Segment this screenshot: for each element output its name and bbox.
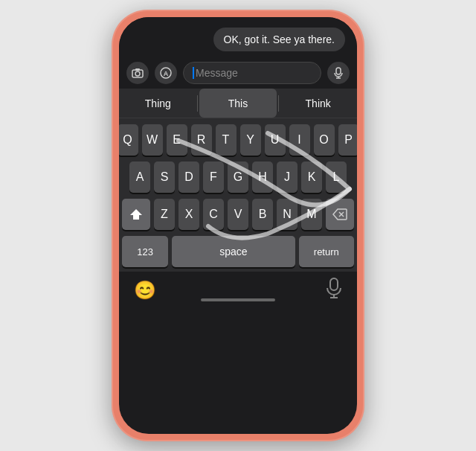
keyboard: Q W E R T Y U I O P A S D F [119, 118, 357, 272]
keyboard-row-1: Q W E R T Y U I O P [122, 124, 354, 156]
message-text: OK, got it. See ya there. [224, 33, 335, 45]
keyboard-container: Q W E R T Y U I O P A S D F [119, 118, 357, 272]
message-area: OK, got it. See ya there. [119, 17, 357, 57]
text-cursor [193, 67, 194, 79]
key-f[interactable]: F [203, 161, 224, 193]
autocomplete-divider [197, 95, 198, 112]
key-h[interactable]: H [252, 161, 273, 193]
phone-screen: OK, got it. See ya there. A Message [119, 17, 357, 434]
key-r[interactable]: R [191, 124, 212, 156]
camera-icon[interactable] [126, 62, 149, 84]
shift-key[interactable] [122, 199, 150, 230]
key-w[interactable]: W [142, 124, 163, 156]
space-key[interactable]: space [172, 236, 295, 267]
appstore-icon[interactable]: A [155, 62, 177, 84]
key-u[interactable]: U [265, 124, 286, 156]
voice-input-button[interactable] [327, 62, 350, 84]
key-p[interactable]: P [338, 124, 358, 156]
row2-spacer-left [122, 161, 126, 193]
key-c[interactable]: C [203, 199, 224, 230]
numbers-key[interactable]: 123 [122, 236, 168, 267]
svg-marker-8 [130, 209, 142, 220]
key-x[interactable]: X [178, 199, 199, 230]
keyboard-row-4: 123 space return [122, 236, 354, 267]
key-q[interactable]: Q [119, 124, 138, 156]
autocomplete-item-this[interactable]: This [199, 89, 277, 118]
key-k[interactable]: K [301, 161, 322, 193]
key-j[interactable]: J [277, 161, 298, 193]
bottom-bar: 😊 [119, 272, 357, 312]
input-placeholder: Message [196, 67, 238, 79]
return-key[interactable]: return [299, 236, 354, 267]
phone-frame: OK, got it. See ya there. A Message [112, 10, 364, 441]
delete-key[interactable] [326, 199, 354, 230]
svg-rect-11 [330, 278, 338, 290]
key-z[interactable]: Z [154, 199, 175, 230]
svg-point-1 [135, 71, 140, 76]
svg-rect-5 [336, 68, 341, 74]
key-a[interactable]: A [129, 161, 150, 193]
key-d[interactable]: D [178, 161, 199, 193]
input-bar: A Message [119, 57, 357, 89]
svg-text:A: A [164, 70, 169, 77]
key-y[interactable]: Y [240, 124, 261, 156]
key-e[interactable]: E [167, 124, 187, 156]
key-i[interactable]: I [289, 124, 310, 156]
svg-rect-2 [135, 68, 140, 71]
row2-spacer-right [350, 161, 354, 193]
message-bubble: OK, got it. See ya there. [213, 28, 345, 51]
key-b[interactable]: B [252, 199, 273, 230]
key-o[interactable]: O [314, 124, 335, 156]
autocomplete-bar: Thing This Think [119, 89, 357, 118]
autocomplete-item-think[interactable]: Think [279, 89, 357, 118]
mic-icon[interactable] [326, 278, 342, 303]
key-s[interactable]: S [154, 161, 175, 193]
key-n[interactable]: N [277, 199, 298, 230]
home-indicator [201, 298, 275, 301]
message-input[interactable]: Message [183, 62, 321, 84]
autocomplete-item-thing[interactable]: Thing [119, 89, 197, 118]
keyboard-row-2: A S D F G H J K L [122, 161, 354, 193]
key-t[interactable]: T [216, 124, 237, 156]
keyboard-row-3: Z X C V B N M [122, 199, 354, 230]
key-m[interactable]: M [301, 199, 322, 230]
key-v[interactable]: V [228, 199, 248, 230]
emoji-icon[interactable]: 😊 [134, 280, 156, 301]
key-g[interactable]: G [228, 161, 248, 193]
key-l[interactable]: L [326, 161, 347, 193]
